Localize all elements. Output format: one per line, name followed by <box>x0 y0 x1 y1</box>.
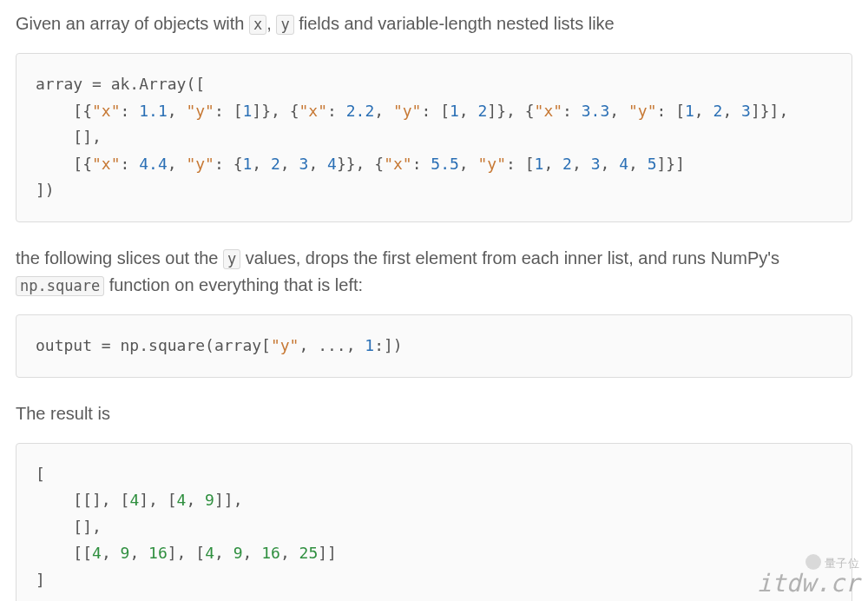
code: [ [[], [4], [4, 9]], [], [[4, 9, 16], [4… <box>36 461 832 594</box>
code-block-result: [ [[], [4], [4, 9]], [], [[4, 9, 16], [4… <box>16 443 852 601</box>
text: the following slices out the <box>16 248 223 267</box>
text: , <box>266 14 276 33</box>
text: values, drops the first element from eac… <box>240 248 779 267</box>
text: fields and variable-length nested lists … <box>294 14 615 33</box>
document-body: Given an array of objects with x, y fiel… <box>0 0 868 601</box>
paragraph-slice: the following slices out the y values, d… <box>16 245 852 299</box>
paragraph-intro: Given an array of objects with x, y fiel… <box>16 10 852 37</box>
code: output = np.square(array["y", ..., 1:]) <box>36 333 832 360</box>
paragraph-result: The result is <box>16 400 852 427</box>
code: array = ak.Array([ [{"x": 1.1, "y": [1]}… <box>36 71 832 204</box>
inline-code-x: x <box>249 15 266 35</box>
code-block-array: array = ak.Array([ [{"x": 1.1, "y": [1]}… <box>16 53 852 222</box>
text: Given an array of objects with <box>16 14 249 33</box>
inline-code-npsquare: np.square <box>16 276 104 296</box>
text: function on everything that is left: <box>104 275 363 294</box>
inline-code-y: y <box>276 15 293 35</box>
code-block-output-expr: output = np.square(array["y", ..., 1:]) <box>16 314 852 378</box>
inline-code-y2: y <box>223 249 240 269</box>
